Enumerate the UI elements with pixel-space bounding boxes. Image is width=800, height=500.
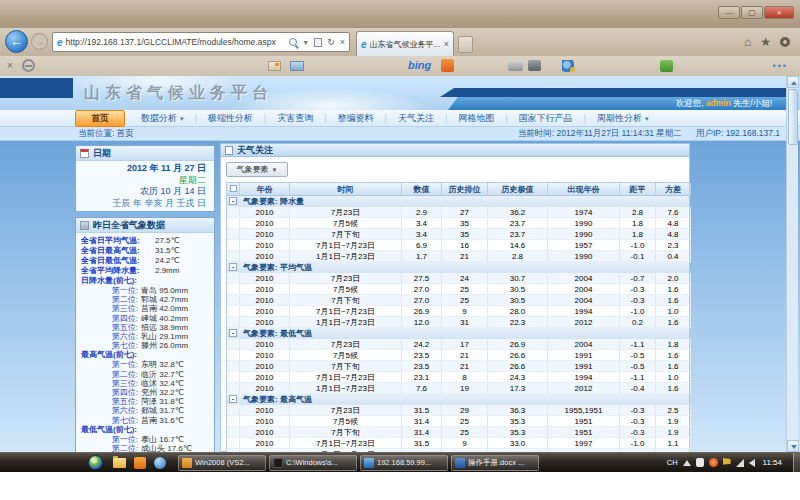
cell: 23.7 — [488, 218, 548, 229]
lunar-date: 农历 10 月 14 日 — [80, 186, 206, 198]
row-select-cell — [227, 295, 240, 306]
nav-item-5[interactable]: 天气关注 — [387, 112, 445, 125]
row-select-cell — [227, 416, 240, 427]
cell: 3.4 — [402, 218, 442, 229]
cell: 1994 — [548, 372, 620, 383]
tray-flag-icon[interactable] — [723, 458, 731, 467]
scroll-up-icon[interactable] — [787, 76, 799, 88]
rank-item: 第二位:成山头 17.6℃ — [78, 444, 212, 452]
nav-item-8[interactable]: 周期性分析▾ — [586, 112, 660, 125]
summary-line: 全省平均降水量:2.9mm — [78, 266, 212, 276]
tray-antivirus-icon[interactable] — [709, 458, 718, 467]
collapse-toggle[interactable]: - — [229, 395, 237, 403]
taskbar-clock[interactable]: 11:54 — [763, 458, 782, 467]
nav-item-0[interactable]: 首页 — [75, 110, 125, 127]
rank-item: 第四位:峄城 40.2mm — [78, 314, 212, 323]
mail-icon[interactable] — [290, 61, 304, 71]
favorites-star-icon[interactable]: ★ — [760, 35, 771, 49]
maximize-button[interactable]: ▢ — [741, 6, 763, 19]
yesterday-weather-panel: 昨日全省气象数据 全省日平均气温:27.5℃全省日最高气温:31.5℃全省日最低… — [75, 217, 215, 452]
tray-volume-icon[interactable] — [749, 459, 755, 467]
url-text[interactable]: http://192.168.137.1/GLCCLIMATE/modules/… — [66, 37, 290, 47]
addon-puzzle-icon[interactable] — [660, 60, 673, 72]
table-row: 20107月5候27.02530.52004-0.31.6 — [227, 284, 689, 295]
card-icon[interactable] — [268, 61, 281, 71]
bing-logo[interactable]: bing — [408, 59, 431, 71]
chevron-down-icon[interactable]: ▼ — [302, 39, 309, 46]
element-button-label: 气象要素 — [237, 164, 269, 175]
show-desktop-button[interactable] — [793, 453, 800, 473]
taskbar-button-2[interactable]: 192.168.59.99... — [360, 455, 448, 471]
tray-up-arrow-icon[interactable] — [683, 460, 691, 466]
select-all-checkbox[interactable] — [230, 185, 237, 192]
table-row: 20107月1日~7月23日26.9928.01994-1.01.0 — [227, 306, 689, 317]
tab-close-icon[interactable]: × — [444, 39, 449, 49]
rank-item: 第二位:郓城 42.7mm — [78, 295, 212, 304]
summary-line: 全省日平均气温:27.5℃ — [78, 236, 212, 246]
weather-widget-icon[interactable] — [562, 60, 574, 72]
element-dropdown-button[interactable]: 气象要素 ▼ — [226, 162, 288, 177]
cell: 1951 — [548, 427, 620, 438]
search-icon[interactable] — [289, 38, 297, 46]
overflow-dots[interactable]: ••• — [773, 61, 788, 71]
camera-icon[interactable] — [508, 60, 523, 71]
cell: 7月下旬 — [290, 229, 402, 240]
nav-item-7[interactable]: 国家下行产品 — [508, 112, 584, 125]
nav-item-4[interactable]: 整编资料 — [327, 112, 385, 125]
compatibility-view-icon[interactable] — [314, 38, 322, 47]
cell: 9 — [442, 306, 488, 317]
nav-item-2[interactable]: 极端性分析 — [197, 112, 264, 125]
bing-d-icon[interactable] — [441, 59, 454, 72]
page-header: 山东省气候业务平台 欢迎您, admin 先生/小姐! — [0, 76, 800, 110]
minimize-button[interactable]: — — [718, 6, 740, 19]
collapse-toggle[interactable]: - — [229, 197, 237, 205]
tray-network-icon[interactable] — [736, 459, 744, 467]
rank-item: 第一位:青岛 95.0mm — [78, 286, 212, 295]
vertical-scrollbar[interactable] — [786, 76, 798, 452]
browser-tab[interactable]: e 山东省气候业务平... × — [356, 31, 454, 56]
address-bar[interactable]: e http://192.168.137.1/GLCCLIMATE/module… — [52, 32, 350, 52]
start-button[interactable] — [88, 455, 103, 470]
column-header-0: 年份 — [240, 183, 290, 196]
cell: 1991 — [548, 361, 620, 372]
media-player-orange-icon[interactable] — [134, 457, 146, 469]
blocked-icon[interactable] — [22, 59, 35, 72]
refresh-icon[interactable]: ↻ — [327, 37, 335, 47]
column-header-4: 历史极值 — [488, 183, 548, 196]
nav-item-1[interactable]: 数据分析▾ — [130, 112, 195, 125]
gear-icon[interactable] — [780, 37, 790, 47]
table-header-row: 年份时间数值历史排位历史极值出现年份距平方差 — [227, 183, 689, 196]
cell: 30.7 — [488, 273, 548, 284]
cell: 7月5候 — [290, 218, 402, 229]
scroll-down-icon[interactable] — [787, 440, 799, 452]
folder-icon[interactable] — [113, 458, 126, 468]
taskbar-button-1[interactable]: C:\Windows\s... — [269, 455, 357, 471]
new-tab-button[interactable] — [458, 36, 473, 53]
language-indicator[interactable]: CH — [667, 458, 678, 467]
back-button[interactable]: ← — [5, 30, 28, 53]
calendar-icon — [80, 149, 89, 158]
cell: 6.9 — [402, 240, 442, 251]
cell: 21 — [442, 350, 488, 361]
table-row: 20107月5候31.42535.31951-0.31.9 — [227, 416, 689, 427]
home-icon[interactable]: ⌂ — [744, 35, 751, 49]
nav-item-6[interactable]: 网格地图 — [447, 112, 505, 125]
taskbar-button-3[interactable]: 操作手册.docx ... — [451, 455, 539, 471]
nav-item-3[interactable]: 灾害查询 — [266, 112, 324, 125]
taskbar-button-0[interactable]: Win2008 (VS2... — [178, 455, 266, 471]
summary-label: 全省日最低气温: — [81, 256, 155, 266]
collapse-toggle[interactable]: - — [229, 329, 237, 337]
cell: 1991 — [548, 350, 620, 361]
collapse-toggle[interactable]: - — [229, 263, 237, 271]
media-player-blue-icon[interactable] — [154, 457, 166, 469]
stop-icon[interactable]: × — [340, 37, 345, 47]
forward-button[interactable]: → — [31, 33, 48, 50]
camera-dark-icon[interactable] — [528, 60, 541, 71]
scrollbar-thumb[interactable] — [788, 89, 798, 145]
toolbar-close-icon[interactable]: × — [7, 60, 13, 71]
close-button[interactable]: × — [764, 6, 794, 19]
row-select-cell — [227, 383, 240, 394]
tray-action-icon[interactable] — [696, 458, 704, 467]
cell: 7.6 — [402, 383, 442, 394]
rank-position: 第六位: — [78, 406, 138, 415]
